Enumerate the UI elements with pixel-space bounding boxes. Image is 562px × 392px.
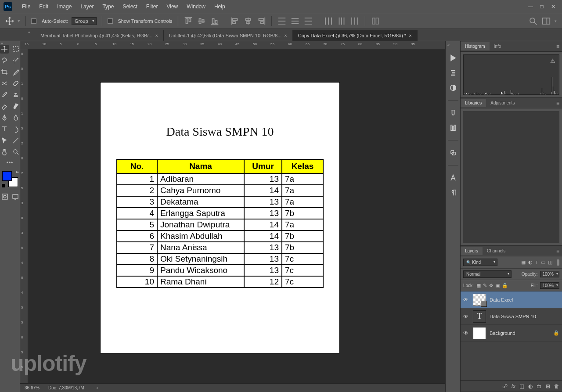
align-right-icon[interactable] bbox=[256, 16, 266, 26]
menu-file[interactable]: File bbox=[18, 2, 35, 11]
layer-row[interactable]: 👁TData Siswa SMPN 10 bbox=[461, 308, 562, 325]
distribute-spacing-icon[interactable] bbox=[371, 16, 380, 26]
clone-stamp-tool[interactable] bbox=[11, 90, 20, 99]
eraser-tool[interactable] bbox=[0, 102, 9, 111]
ruler-vertical[interactable]: 0510152025303540455055 bbox=[20, 49, 28, 383]
histogram-warning-icon[interactable]: ⚠ bbox=[550, 58, 555, 64]
distribute-left-icon[interactable] bbox=[324, 16, 333, 26]
align-top-icon[interactable] bbox=[184, 16, 193, 26]
marquee-tool[interactable] bbox=[11, 45, 20, 54]
foreground-color[interactable] bbox=[2, 171, 12, 181]
brush-settings-icon[interactable] bbox=[449, 123, 458, 132]
menu-select[interactable]: Select bbox=[118, 2, 141, 11]
layer-group-icon[interactable]: 🗀 bbox=[537, 383, 542, 389]
canvas[interactable]: Data Siswa SMPN 10 No. Nama Umur Kelas 1… bbox=[28, 49, 445, 383]
distribute-top-icon[interactable] bbox=[277, 16, 287, 26]
eyedropper-tool[interactable] bbox=[11, 68, 20, 76]
tab-channels[interactable]: Channels bbox=[483, 247, 510, 255]
layer-row[interactable]: 👁Background🔒 bbox=[461, 325, 562, 342]
close-button[interactable]: ✕ bbox=[548, 2, 558, 11]
adjustment-layer-icon[interactable]: ◐ bbox=[528, 383, 533, 389]
hand-tool[interactable] bbox=[0, 147, 9, 156]
menu-window[interactable]: Window bbox=[182, 2, 210, 11]
paragraph-icon[interactable] bbox=[449, 188, 458, 197]
layer-thumbnail[interactable] bbox=[473, 294, 486, 306]
tab-layers[interactable]: Layers bbox=[461, 247, 483, 255]
lock-artboard-icon[interactable]: ▣ bbox=[495, 283, 500, 288]
color-swatches[interactable]: ⇆ bbox=[2, 171, 18, 187]
panel-menu-icon[interactable]: ≡ bbox=[556, 100, 559, 106]
actions-icon[interactable] bbox=[449, 54, 458, 62]
maximize-button[interactable]: □ bbox=[537, 2, 547, 11]
opacity-input[interactable]: 100% bbox=[540, 271, 559, 277]
clone-source-icon[interactable] bbox=[449, 148, 458, 157]
delete-layer-icon[interactable]: 🗑 bbox=[554, 383, 559, 389]
layer-mask-icon[interactable]: ◫ bbox=[519, 383, 524, 389]
zoom-tool[interactable] bbox=[11, 147, 20, 156]
lasso-tool[interactable] bbox=[0, 56, 9, 65]
visibility-icon[interactable]: 👁 bbox=[463, 297, 469, 303]
lock-pixels-icon[interactable]: ✎ bbox=[483, 283, 487, 288]
spot-healing-tool[interactable] bbox=[11, 79, 20, 88]
menu-type[interactable]: Type bbox=[98, 2, 118, 11]
minimize-button[interactable]: — bbox=[525, 2, 536, 11]
menu-view[interactable]: View bbox=[162, 2, 182, 11]
default-colors-icon[interactable] bbox=[1, 183, 6, 188]
quick-mask-icon[interactable] bbox=[1, 193, 8, 201]
distribute-hcenter-icon[interactable] bbox=[337, 16, 346, 26]
layer-row[interactable]: 👁Data Excel bbox=[461, 291, 562, 308]
menu-filter[interactable]: Filter bbox=[142, 2, 162, 11]
layer-thumbnail[interactable]: T bbox=[473, 310, 486, 323]
filter-shape-icon[interactable]: ▭ bbox=[541, 259, 545, 265]
tab-close-icon[interactable]: × bbox=[409, 33, 411, 38]
layer-name[interactable]: Data Siswa SMPN 10 bbox=[490, 314, 536, 319]
brush-tool[interactable] bbox=[0, 90, 9, 99]
path-select-tool[interactable] bbox=[11, 125, 20, 133]
collapse-chevron-icon[interactable]: « bbox=[28, 30, 31, 35]
frame-tool[interactable] bbox=[0, 79, 9, 88]
status-menu-icon[interactable]: › bbox=[97, 385, 98, 390]
ruler-horizontal[interactable]: 1510505101520253035404550556065707580859… bbox=[20, 41, 445, 49]
blend-mode-dropdown[interactable]: Normal bbox=[463, 270, 512, 278]
line-tool[interactable] bbox=[11, 136, 20, 145]
menu-image[interactable]: Image bbox=[53, 2, 76, 11]
layer-list[interactable]: 👁Data Excel👁TData Siswa SMPN 10👁Backgrou… bbox=[461, 291, 562, 380]
crop-tool[interactable] bbox=[0, 68, 9, 76]
gradient-tool[interactable] bbox=[11, 102, 20, 111]
tab-close-icon[interactable]: × bbox=[155, 33, 158, 38]
properties-icon[interactable] bbox=[449, 68, 458, 77]
auto-select-dropdown[interactable]: Group bbox=[72, 17, 97, 25]
distribute-right-icon[interactable] bbox=[350, 16, 360, 26]
edit-toolbar-icon[interactable]: ••• bbox=[7, 160, 14, 166]
menu-layer[interactable]: Layer bbox=[76, 2, 98, 11]
adjustments-strip-icon[interactable] bbox=[449, 83, 458, 92]
lock-all-icon[interactable]: 🔒 bbox=[502, 283, 508, 288]
document-tab[interactable]: Untitled-1 @ 42,6% (Data Siswa SMPN 10, … bbox=[164, 30, 293, 41]
filter-adjust-icon[interactable]: ◐ bbox=[528, 259, 533, 265]
menu-help[interactable]: Help bbox=[210, 2, 230, 11]
distribute-vcenter-icon[interactable] bbox=[290, 16, 300, 26]
new-layer-icon[interactable]: ⊞ bbox=[546, 383, 550, 389]
filter-smart-icon[interactable]: ◫ bbox=[548, 259, 552, 265]
lock-icon[interactable]: 🔒 bbox=[553, 330, 559, 336]
workspace-switcher-icon[interactable] bbox=[541, 16, 551, 26]
document-tab[interactable]: Copy Data Excel @ 36,7% (Data Excel, RGB… bbox=[293, 30, 418, 41]
distribute-bottom-icon[interactable] bbox=[303, 16, 313, 26]
blur-tool[interactable] bbox=[11, 113, 20, 122]
panel-menu-icon[interactable]: ≡ bbox=[556, 248, 559, 254]
tab-close-icon[interactable]: × bbox=[284, 33, 287, 38]
search-icon[interactable] bbox=[528, 16, 538, 26]
visibility-icon[interactable]: 👁 bbox=[463, 313, 469, 320]
move-tool[interactable] bbox=[0, 45, 9, 54]
filter-type-icon[interactable]: T bbox=[535, 260, 538, 265]
align-hcenter-icon[interactable] bbox=[243, 16, 253, 26]
tab-libraries[interactable]: Libraries bbox=[461, 99, 486, 107]
lock-position-icon[interactable]: ✥ bbox=[489, 283, 493, 288]
tab-histogram[interactable]: Histogram bbox=[461, 42, 490, 50]
zoom-level[interactable]: 36,67% bbox=[25, 385, 40, 390]
expand-strip-icon[interactable]: « bbox=[447, 43, 450, 47]
pen-tool[interactable] bbox=[0, 113, 9, 122]
visibility-icon[interactable]: 👁 bbox=[463, 330, 469, 336]
filter-toggle[interactable] bbox=[557, 259, 559, 266]
layer-filter-dropdown[interactable]: Kind bbox=[463, 259, 497, 266]
